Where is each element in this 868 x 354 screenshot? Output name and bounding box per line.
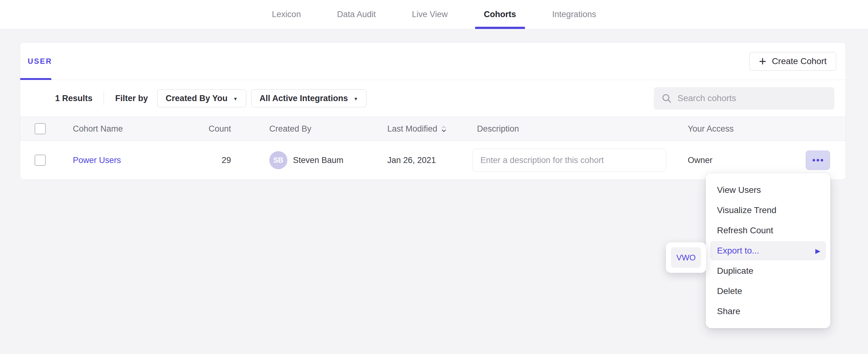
- filter-by-label: Filter by: [115, 94, 148, 103]
- column-header-created-by: Created By: [269, 124, 311, 134]
- nav-item-label: Live View: [412, 10, 448, 19]
- table-header: Cohort Name Count Created By Last Modifi…: [20, 117, 845, 141]
- nav-item-label: Lexicon: [272, 10, 301, 19]
- column-header-cohort-name: Cohort Name: [73, 124, 123, 134]
- cohort-name-link[interactable]: Power Users: [73, 156, 121, 165]
- menu-item-label: Visualize Trend: [717, 205, 776, 215]
- access-cell: Owner: [688, 156, 713, 165]
- search-icon: [661, 93, 672, 104]
- submenu-item-vwo[interactable]: VWO: [671, 247, 701, 268]
- search-input[interactable]: [678, 93, 827, 103]
- select-all-checkbox[interactable]: [35, 123, 46, 134]
- column-header-your-access: Your Access: [688, 124, 734, 134]
- created-by-dropdown[interactable]: Created By You ▼: [157, 89, 246, 107]
- export-submenu: VWO: [666, 242, 706, 273]
- cohort-name-cell: Power Users: [73, 156, 121, 165]
- created-by-dropdown-label: Created By You: [166, 94, 227, 103]
- menu-item-label: Share: [717, 307, 740, 316]
- actions-cell: [806, 151, 830, 170]
- integrations-dropdown[interactable]: All Active Integrations ▼: [251, 89, 367, 107]
- divider: [104, 92, 104, 105]
- menu-item-delete[interactable]: Delete: [710, 282, 826, 301]
- menu-item-visualize-trend[interactable]: Visualize Trend: [710, 201, 826, 220]
- last-modified-cell: Jan 26, 2021: [387, 156, 436, 165]
- nav-item-label: Data Audit: [337, 10, 376, 19]
- triangle-right-icon: ▶: [815, 248, 820, 254]
- menu-item-duplicate[interactable]: Duplicate: [710, 261, 826, 281]
- menu-item-label: Delete: [717, 286, 742, 296]
- chevron-down-icon: ▼: [354, 96, 358, 101]
- tab-user-underline: [20, 78, 51, 80]
- create-cohort-label: Create Cohort: [772, 56, 827, 66]
- column-header-count: Count: [169, 124, 231, 134]
- chevron-down-icon: ▼: [233, 96, 238, 101]
- filter-bar: 1 Results Filter by Created By You ▼ All…: [20, 80, 845, 117]
- submenu-item-label: VWO: [676, 253, 695, 262]
- row-checkbox[interactable]: [35, 155, 46, 166]
- nav-item-lexicon[interactable]: Lexicon: [263, 0, 309, 29]
- count-cell: 29: [169, 156, 231, 165]
- created-by-cell: SB Steven Baum: [269, 151, 343, 169]
- create-cohort-button[interactable]: + Create Cohort: [749, 52, 836, 71]
- plus-icon: +: [759, 55, 766, 67]
- description-cell: [473, 149, 666, 172]
- three-dots-icon[interactable]: [806, 151, 830, 170]
- search-cohorts-box[interactable]: [654, 87, 834, 109]
- cohorts-card: USER + Create Cohort 1 Results Filter by…: [20, 42, 846, 180]
- column-header-last-modified[interactable]: Last Modified: [387, 124, 446, 134]
- dot: [821, 159, 823, 161]
- description-input[interactable]: [473, 149, 666, 172]
- dot: [817, 159, 819, 161]
- avatar: SB: [269, 151, 287, 169]
- nav-item-cohorts[interactable]: Cohorts: [475, 0, 525, 29]
- sort-updown-icon: [441, 125, 446, 132]
- menu-item-export-to[interactable]: Export to... ▶: [710, 241, 826, 260]
- nav-item-label: Integrations: [552, 10, 596, 19]
- menu-item-view-users[interactable]: View Users: [710, 181, 826, 200]
- menu-item-label: Export to...: [717, 246, 759, 256]
- nav-item-integrations[interactable]: Integrations: [544, 0, 605, 29]
- tab-user-label: USER: [28, 57, 52, 66]
- created-by-name: Steven Baum: [293, 156, 343, 165]
- card-tab-row: USER + Create Cohort: [20, 43, 845, 80]
- dot: [813, 159, 815, 161]
- column-header-last-modified-label: Last Modified: [387, 124, 437, 134]
- integrations-dropdown-label: All Active Integrations: [260, 94, 348, 103]
- menu-item-share[interactable]: Share: [710, 302, 826, 321]
- tab-user[interactable]: USER: [28, 43, 52, 79]
- nav-item-live-view[interactable]: Live View: [403, 0, 457, 29]
- results-count: 1 Results: [55, 94, 92, 103]
- top-nav: Lexicon Data Audit Live View Cohorts Int…: [0, 0, 868, 29]
- row-actions-menu: View Users Visualize Trend Refresh Count…: [706, 173, 830, 328]
- row-checkbox-cell: [35, 155, 46, 166]
- menu-item-label: Duplicate: [717, 266, 753, 276]
- nav-item-label: Cohorts: [484, 10, 516, 19]
- active-tab-underline: [475, 27, 525, 29]
- menu-item-label: Refresh Count: [717, 226, 773, 235]
- menu-item-refresh-count[interactable]: Refresh Count: [710, 221, 826, 240]
- column-header-description: Description: [477, 124, 519, 134]
- menu-item-label: View Users: [717, 185, 761, 195]
- nav-item-data-audit[interactable]: Data Audit: [328, 0, 384, 29]
- select-all-checkbox-cell: [35, 123, 46, 134]
